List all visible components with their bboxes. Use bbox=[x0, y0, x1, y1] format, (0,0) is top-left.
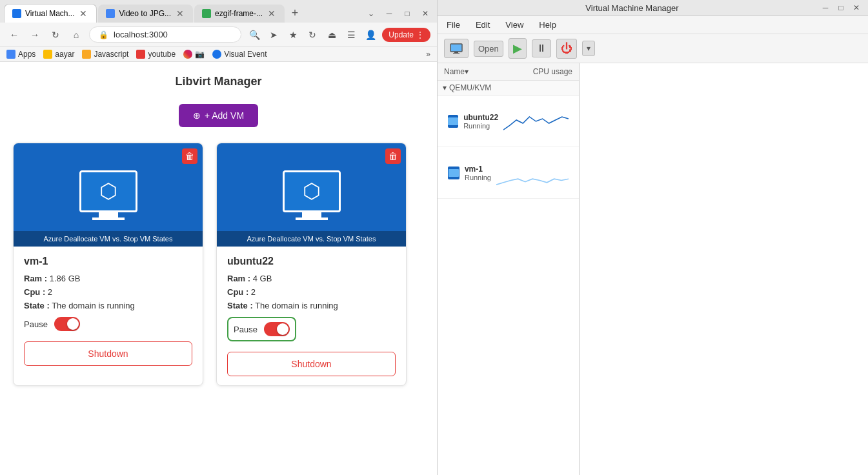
page-title: Libvirt Manager bbox=[13, 75, 424, 88]
menu-view[interactable]: View bbox=[503, 19, 526, 31]
profile-icon[interactable]: 👤 bbox=[363, 27, 378, 43]
forward-button[interactable]: → bbox=[27, 27, 43, 43]
vmm-vm-list: Name ▾ CPU usage ▾ QEMU/KVM ubuntu22 Run… bbox=[438, 63, 580, 475]
instagram-icon bbox=[183, 50, 192, 59]
chevron-down-icon: ▾ bbox=[587, 44, 590, 53]
menu-edit[interactable]: Edit bbox=[473, 19, 492, 31]
vm-card-ubuntu22: 🗑 ⬡ Azure Deallocate VM vs. Stop VM Stat… bbox=[216, 143, 407, 386]
bookmarks-more-button[interactable]: » bbox=[426, 50, 430, 59]
ubuntu22-cpu-row: Cpu : 2 bbox=[227, 287, 396, 297]
vmm-open-button[interactable]: Open bbox=[474, 41, 503, 57]
menu-file[interactable]: File bbox=[444, 19, 463, 31]
aayar-folder-icon bbox=[43, 50, 52, 59]
vmm-column-header: Name ▾ CPU usage bbox=[438, 63, 579, 81]
vmm-group-qemu[interactable]: ▾ QEMU/KVM bbox=[438, 81, 579, 96]
plus-icon: ⊕ bbox=[193, 110, 201, 121]
vm1-pause-label: Pause bbox=[24, 319, 48, 329]
vm1-vmmlist-status: Running bbox=[465, 174, 491, 181]
close-browser[interactable]: ✕ bbox=[418, 6, 433, 21]
tab-close-video[interactable]: ✕ bbox=[175, 8, 185, 19]
minimize-browser[interactable]: ─ bbox=[381, 6, 397, 21]
tab-favicon-vm bbox=[12, 9, 21, 18]
vmm-pause-button[interactable]: ⏸ bbox=[532, 39, 551, 57]
browser-panel: Virtual Mach... ✕ Video to JPG... ✕ ezgi… bbox=[0, 0, 438, 475]
vmm-more-button[interactable]: ▾ bbox=[582, 41, 595, 56]
vmm-vm-item-ubuntu22[interactable]: ubuntu22 Running bbox=[438, 96, 579, 147]
ubuntu22-vmmlist-name: ubuntu22 bbox=[463, 113, 498, 122]
bookmark-apps[interactable]: Apps bbox=[6, 50, 35, 59]
vm1-card-label: Azure Deallocate VM vs. Stop VM States bbox=[14, 231, 203, 247]
address-bar: ← → ↻ ⌂ 🔒 localhost:3000 🔍 ➤ ★ ↻ ⏏ ☰ 👤 U… bbox=[0, 23, 437, 46]
share-icon[interactable]: ➤ bbox=[266, 27, 281, 43]
maximize-browser[interactable]: □ bbox=[399, 6, 415, 21]
vmm-vm-display-button[interactable] bbox=[444, 39, 469, 58]
tab-favicon-video bbox=[106, 9, 115, 18]
update-button[interactable]: Update ⋮ bbox=[382, 28, 430, 42]
ubuntu22-vm-icon bbox=[448, 115, 458, 128]
vmm-maximize-button[interactable]: □ bbox=[836, 3, 846, 13]
ubuntu22-vm-info: ubuntu22 Running bbox=[463, 113, 498, 130]
bookmark-aayar[interactable]: aayar bbox=[43, 50, 74, 59]
vm1-shutdown-button[interactable]: Shutdown bbox=[24, 341, 192, 366]
vmm-minimize-button[interactable]: ─ bbox=[820, 3, 831, 13]
vmm-cpu-col: CPU usage bbox=[533, 67, 572, 76]
refresh-button[interactable]: ↻ bbox=[48, 27, 63, 43]
browser-content: Libvirt Manager ⊕ + Add VM 🗑 ⬡ Azure D bbox=[0, 62, 437, 475]
vm1-delete-button[interactable]: 🗑 bbox=[182, 148, 197, 164]
ubuntu22-pause-row-wrapper: Pause bbox=[227, 317, 396, 341]
vmm-panel: Virtual Machine Manager ─ □ ✕ File Edit … bbox=[438, 0, 868, 475]
back-button[interactable]: ← bbox=[6, 27, 22, 43]
vmm-close-button[interactable]: ✕ bbox=[851, 3, 862, 13]
extensions-icon[interactable]: ⏏ bbox=[324, 27, 339, 43]
reload-icon[interactable]: ↻ bbox=[305, 27, 320, 43]
ubuntu22-delete-button[interactable]: 🗑 bbox=[385, 148, 401, 164]
vmm-titlebar: Virtual Machine Manager ─ □ ✕ bbox=[438, 0, 868, 16]
bookmarks-bar: Apps aayar Javascript youtube 📷 Visual E… bbox=[0, 46, 437, 61]
ubuntu22-card-body: ubuntu22 Ram : 4 GB Cpu : 2 State : The … bbox=[217, 247, 406, 385]
vmm-power-button[interactable]: ⏻ bbox=[556, 39, 577, 59]
sidebar-icon[interactable]: ☰ bbox=[343, 27, 359, 43]
vm1-pause-toggle[interactable] bbox=[54, 317, 80, 331]
add-vm-button[interactable]: ⊕ + Add VM bbox=[179, 104, 258, 127]
vm1-cpu-row: Cpu : 2 bbox=[24, 287, 192, 297]
tab-overflow-button[interactable]: ⌄ bbox=[363, 6, 379, 21]
address-input-container[interactable]: 🔒 localhost:3000 bbox=[89, 26, 241, 43]
ubuntu22-cpu-label: Cpu : bbox=[227, 287, 248, 297]
bookmark-instagram[interactable]: 📷 bbox=[183, 50, 205, 59]
svg-rect-1 bbox=[454, 52, 458, 53]
vmm-vm-item-vm1[interactable]: vm-1 Running bbox=[438, 147, 579, 199]
js-folder-icon bbox=[82, 50, 91, 59]
new-tab-button[interactable]: + bbox=[286, 5, 304, 23]
vm1-vmmlist-name: vm-1 bbox=[465, 165, 491, 174]
bookmark-youtube[interactable]: youtube bbox=[136, 50, 176, 59]
bookmark-javascript[interactable]: Javascript bbox=[82, 50, 128, 59]
vm1-monitor-screen: ⬡ bbox=[79, 170, 137, 212]
tab-close-vm[interactable]: ✕ bbox=[78, 8, 88, 19]
tab-close-ezgif[interactable]: ✕ bbox=[267, 8, 277, 19]
vmm-play-button[interactable]: ▶ bbox=[509, 38, 527, 59]
ubuntu22-box-icon: ⬡ bbox=[303, 179, 321, 203]
ubuntu22-shutdown-button[interactable]: Shutdown bbox=[227, 352, 396, 376]
vmm-graph-area bbox=[580, 63, 868, 475]
browser-chrome: Virtual Mach... ✕ Video to JPG... ✕ ezgi… bbox=[0, 0, 437, 62]
vm1-cpu-label: Cpu : bbox=[24, 287, 45, 297]
youtube-bookmark-label: youtube bbox=[148, 50, 176, 59]
tab-ezgif[interactable]: ezgif-frame-... ✕ bbox=[194, 5, 285, 23]
home-button[interactable]: ⌂ bbox=[68, 27, 84, 43]
menu-help[interactable]: Help bbox=[536, 19, 559, 31]
bookmark-star-icon[interactable]: ★ bbox=[285, 27, 301, 43]
ubuntu22-card-label: Azure Deallocate VM vs. Stop VM States bbox=[217, 231, 406, 247]
vm1-monitor-base bbox=[99, 212, 118, 217]
bookmark-visual-event[interactable]: Visual Event bbox=[212, 50, 267, 59]
vm1-cpu-graph bbox=[496, 152, 569, 193]
ubuntu22-pause-highlight: Pause bbox=[227, 317, 296, 341]
visual-event-icon bbox=[212, 50, 221, 59]
address-bar-icons: 🔍 ➤ ★ ↻ ⏏ ☰ 👤 Update ⋮ bbox=[247, 27, 430, 43]
ubuntu22-state-row: State : The domain is running bbox=[227, 301, 396, 310]
ubuntu22-pause-toggle[interactable] bbox=[264, 322, 290, 336]
tab-virtual-machine[interactable]: Virtual Mach... ✕ bbox=[4, 4, 97, 23]
vmm-content: Name ▾ CPU usage ▾ QEMU/KVM ubuntu22 Run… bbox=[438, 63, 868, 475]
search-icon[interactable]: 🔍 bbox=[247, 27, 262, 43]
tab-video[interactable]: Video to JPG... ✕ bbox=[98, 5, 193, 23]
open-icon: Open bbox=[478, 44, 499, 54]
